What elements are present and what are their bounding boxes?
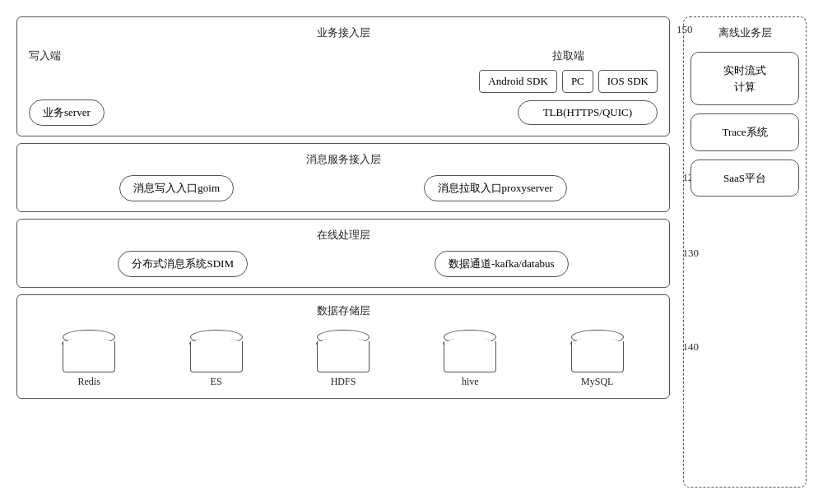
realtime-streaming: 实时流式 计算	[690, 52, 799, 105]
distributed-msg-system: 分布式消息系统SDIM	[118, 251, 248, 277]
redis-label: Redis	[78, 376, 100, 388]
layer2-content: 消息写入入口goim 消息拉取入口proxyserver	[29, 175, 658, 201]
es-label: ES	[211, 376, 222, 388]
msg-pull-entry: 消息拉取入口proxyserver	[424, 175, 567, 201]
android-sdk: Android SDK	[479, 70, 557, 93]
pc-item: PC	[562, 70, 593, 93]
layer-storage: 数据存储层 Redis ES	[16, 294, 670, 399]
layer4-title: 数据存储层	[29, 303, 658, 318]
cylinders-row: Redis ES HDFS	[29, 326, 658, 388]
es-cylinder	[190, 330, 243, 372]
hive-cylinder	[444, 330, 496, 372]
sdk-row: Android SDK PC IOS SDK	[479, 70, 658, 93]
msg-write-entry: 消息写入入口goim	[119, 175, 234, 201]
layer1-top-row: 写入端 拉取端 Android SDK PC IOS SDK	[29, 49, 658, 93]
cylinder-body-redis	[63, 341, 115, 372]
tlb-item: TLB(HTTPS/QUIC)	[518, 100, 658, 125]
layer1-title: 业务接入层	[29, 25, 658, 40]
read-label: 拉取端	[552, 49, 584, 63]
tlb-wrap: TLB(HTTPS/QUIC)	[518, 100, 658, 125]
layer1-bottom-row: 业务server TLB(HTTPS/QUIC)	[29, 99, 658, 126]
mysql-cylinder	[571, 330, 624, 372]
hive-wrap: hive	[444, 330, 496, 388]
redis-wrap: Redis	[63, 330, 115, 388]
hive-label: hive	[462, 376, 479, 388]
trace-system: Trace系统	[690, 113, 799, 151]
main-container: 业务接入层 写入端 拉取端 Android SDK PC IOS SDK 业务s…	[0, 0, 823, 504]
offline-layer: 离线业务层 实时流式 计算 Trace系统 SaaS平台	[683, 16, 807, 488]
layer2-title: 消息服务接入层	[29, 152, 658, 167]
saas-platform: SaaS平台	[690, 160, 799, 197]
cylinder-body-hive	[444, 341, 496, 372]
mysql-wrap: MySQL	[571, 330, 624, 388]
cylinder-body-mysql	[571, 341, 624, 372]
cylinder-body-es	[190, 341, 243, 372]
mysql-label: MySQL	[581, 376, 613, 388]
es-wrap: ES	[190, 330, 243, 388]
hdfs-wrap: HDFS	[317, 330, 370, 388]
layer-message-access: 消息服务接入层 消息写入入口goim 消息拉取入口proxyserver 120	[16, 143, 670, 212]
right-panel: 150 离线业务层 实时流式 计算 Trace系统 SaaS平台	[683, 16, 807, 488]
offline-title: 离线业务层	[690, 25, 799, 40]
left-panel: 业务接入层 写入端 拉取端 Android SDK PC IOS SDK 业务s…	[16, 16, 670, 488]
hdfs-label: HDFS	[331, 376, 356, 388]
layer-online-processing: 在线处理层 分布式消息系统SDIM 数据通道-kafka/databus 130	[16, 219, 670, 288]
cylinder-body-hdfs	[317, 341, 370, 372]
ios-sdk: IOS SDK	[598, 70, 658, 93]
redis-cylinder	[63, 330, 115, 372]
read-section: 拉取端 Android SDK PC IOS SDK	[479, 49, 658, 93]
business-server: 业务server	[29, 99, 105, 126]
layer3-title: 在线处理层	[29, 228, 658, 243]
write-label: 写入端	[29, 49, 61, 63]
business-server-wrap: 业务server	[29, 99, 105, 126]
data-channel: 数据通道-kafka/databus	[435, 251, 569, 277]
hdfs-cylinder	[317, 330, 370, 372]
layer-business-access: 业务接入层 写入端 拉取端 Android SDK PC IOS SDK 业务s…	[16, 16, 670, 136]
layer3-content: 分布式消息系统SDIM 数据通道-kafka/databus	[29, 251, 658, 277]
